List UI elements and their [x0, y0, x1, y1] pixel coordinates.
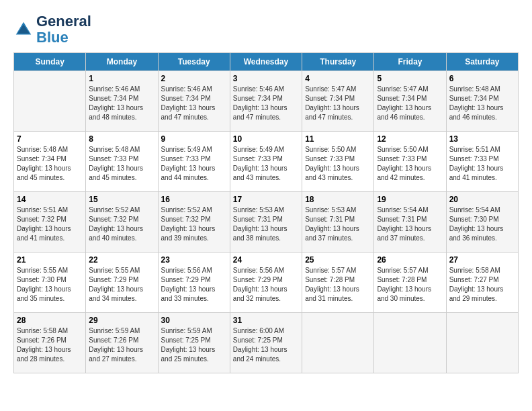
- day-content: Sunrise: 5:54 AM Sunset: 7:30 PM Dayligh…: [449, 205, 515, 243]
- day-number: 12: [377, 134, 443, 144]
- day-number: 6: [449, 74, 515, 83]
- day-number: 16: [161, 195, 227, 204]
- day-content: Sunrise: 5:48 AM Sunset: 7:34 PM Dayligh…: [449, 85, 515, 122]
- day-number: 17: [233, 195, 299, 204]
- day-content: Sunrise: 5:47 AM Sunset: 7:34 PM Dayligh…: [377, 85, 443, 122]
- calendar-week-row: 21Sunrise: 5:55 AM Sunset: 7:30 PM Dayli…: [14, 253, 519, 313]
- calendar-cell: 28Sunrise: 5:58 AM Sunset: 7:26 PM Dayli…: [14, 313, 86, 373]
- day-content: Sunrise: 5:58 AM Sunset: 7:27 PM Dayligh…: [449, 266, 515, 304]
- day-number: 2: [161, 74, 227, 83]
- page-header: GeneralBlue: [13, 13, 519, 46]
- calendar-cell: 1Sunrise: 5:46 AM Sunset: 7:34 PM Daylig…: [86, 71, 158, 132]
- calendar-cell: [302, 313, 374, 373]
- calendar-cell: 10Sunrise: 5:49 AM Sunset: 7:33 PM Dayli…: [230, 132, 302, 192]
- calendar-table: SundayMondayTuesdayWednesdayThursdayFrid…: [13, 52, 519, 373]
- day-number: 9: [161, 134, 227, 144]
- day-number: 27: [449, 255, 515, 265]
- day-content: Sunrise: 5:51 AM Sunset: 7:32 PM Dayligh…: [17, 205, 83, 243]
- calendar-cell: [374, 313, 446, 373]
- calendar-body: 1Sunrise: 5:46 AM Sunset: 7:34 PM Daylig…: [14, 71, 519, 373]
- day-number: 20: [449, 195, 515, 204]
- day-content: Sunrise: 5:54 AM Sunset: 7:31 PM Dayligh…: [377, 205, 443, 243]
- day-number: 13: [449, 134, 515, 144]
- day-content: Sunrise: 5:59 AM Sunset: 7:25 PM Dayligh…: [161, 326, 227, 364]
- day-number: 15: [89, 195, 154, 204]
- day-of-week-header: Thursday: [302, 53, 374, 71]
- day-content: Sunrise: 5:56 AM Sunset: 7:29 PM Dayligh…: [233, 266, 299, 304]
- calendar-cell: 25Sunrise: 5:57 AM Sunset: 7:28 PM Dayli…: [302, 253, 374, 313]
- day-of-week-header: Tuesday: [158, 53, 230, 71]
- day-number: 21: [17, 255, 83, 265]
- day-content: Sunrise: 6:00 AM Sunset: 7:25 PM Dayligh…: [233, 326, 299, 364]
- day-content: Sunrise: 5:57 AM Sunset: 7:28 PM Dayligh…: [305, 266, 371, 304]
- day-of-week-header: Saturday: [446, 53, 518, 71]
- day-number: 29: [89, 316, 154, 325]
- calendar-cell: 24Sunrise: 5:56 AM Sunset: 7:29 PM Dayli…: [230, 253, 302, 313]
- day-content: Sunrise: 5:55 AM Sunset: 7:29 PM Dayligh…: [89, 266, 154, 304]
- day-content: Sunrise: 5:53 AM Sunset: 7:31 PM Dayligh…: [305, 205, 371, 243]
- day-number: 5: [377, 74, 443, 83]
- day-number: 26: [377, 255, 443, 265]
- day-content: Sunrise: 5:49 AM Sunset: 7:33 PM Dayligh…: [161, 145, 227, 183]
- day-content: Sunrise: 5:48 AM Sunset: 7:34 PM Dayligh…: [17, 145, 83, 183]
- calendar-cell: 29Sunrise: 5:59 AM Sunset: 7:26 PM Dayli…: [86, 313, 158, 373]
- calendar-cell: 15Sunrise: 5:52 AM Sunset: 7:32 PM Dayli…: [86, 192, 158, 253]
- calendar-cell: 23Sunrise: 5:56 AM Sunset: 7:29 PM Dayli…: [158, 253, 230, 313]
- calendar-week-row: 7Sunrise: 5:48 AM Sunset: 7:34 PM Daylig…: [14, 132, 519, 192]
- day-of-week-header: Sunday: [14, 53, 86, 71]
- calendar-week-row: 1Sunrise: 5:46 AM Sunset: 7:34 PM Daylig…: [14, 71, 519, 132]
- day-content: Sunrise: 5:46 AM Sunset: 7:34 PM Dayligh…: [89, 85, 154, 122]
- day-number: 25: [305, 255, 371, 265]
- calendar-cell: 27Sunrise: 5:58 AM Sunset: 7:27 PM Dayli…: [446, 253, 518, 313]
- day-number: 22: [89, 255, 154, 265]
- day-number: 7: [17, 134, 83, 144]
- calendar-cell: 6Sunrise: 5:48 AM Sunset: 7:34 PM Daylig…: [446, 71, 518, 132]
- day-content: Sunrise: 5:59 AM Sunset: 7:26 PM Dayligh…: [89, 326, 154, 364]
- logo-icon: [13, 19, 34, 40]
- calendar-cell: 13Sunrise: 5:51 AM Sunset: 7:33 PM Dayli…: [446, 132, 518, 192]
- day-content: Sunrise: 5:52 AM Sunset: 7:32 PM Dayligh…: [161, 205, 227, 243]
- calendar-cell: 19Sunrise: 5:54 AM Sunset: 7:31 PM Dayli…: [374, 192, 446, 253]
- calendar-cell: 3Sunrise: 5:46 AM Sunset: 7:34 PM Daylig…: [230, 71, 302, 132]
- day-number: 3: [233, 74, 299, 83]
- day-content: Sunrise: 5:55 AM Sunset: 7:30 PM Dayligh…: [17, 266, 83, 304]
- calendar-cell: 14Sunrise: 5:51 AM Sunset: 7:32 PM Dayli…: [14, 192, 86, 253]
- day-of-week-header: Friday: [374, 53, 446, 71]
- calendar-cell: [446, 313, 518, 373]
- day-content: Sunrise: 5:53 AM Sunset: 7:31 PM Dayligh…: [233, 205, 299, 243]
- day-content: Sunrise: 5:58 AM Sunset: 7:26 PM Dayligh…: [17, 326, 83, 364]
- logo-text: GeneralBlue: [36, 13, 91, 46]
- day-content: Sunrise: 5:46 AM Sunset: 7:34 PM Dayligh…: [233, 85, 299, 122]
- day-number: 4: [305, 74, 371, 83]
- calendar-cell: 12Sunrise: 5:50 AM Sunset: 7:33 PM Dayli…: [374, 132, 446, 192]
- calendar-week-row: 28Sunrise: 5:58 AM Sunset: 7:26 PM Dayli…: [14, 313, 519, 373]
- day-number: 10: [233, 134, 299, 144]
- day-content: Sunrise: 5:51 AM Sunset: 7:33 PM Dayligh…: [449, 145, 515, 183]
- day-number: 28: [17, 316, 83, 325]
- day-number: 19: [377, 195, 443, 204]
- day-content: Sunrise: 5:50 AM Sunset: 7:33 PM Dayligh…: [305, 145, 371, 183]
- calendar-cell: 30Sunrise: 5:59 AM Sunset: 7:25 PM Dayli…: [158, 313, 230, 373]
- calendar-cell: 21Sunrise: 5:55 AM Sunset: 7:30 PM Dayli…: [14, 253, 86, 313]
- day-content: Sunrise: 5:48 AM Sunset: 7:33 PM Dayligh…: [89, 145, 154, 183]
- day-number: 8: [89, 134, 154, 144]
- calendar-cell: 9Sunrise: 5:49 AM Sunset: 7:33 PM Daylig…: [158, 132, 230, 192]
- day-content: Sunrise: 5:56 AM Sunset: 7:29 PM Dayligh…: [161, 266, 227, 304]
- day-number: 30: [161, 316, 227, 325]
- day-content: Sunrise: 5:57 AM Sunset: 7:28 PM Dayligh…: [377, 266, 443, 304]
- day-number: 11: [305, 134, 371, 144]
- day-content: Sunrise: 5:52 AM Sunset: 7:32 PM Dayligh…: [89, 205, 154, 243]
- day-number: 24: [233, 255, 299, 265]
- calendar-cell: 22Sunrise: 5:55 AM Sunset: 7:29 PM Dayli…: [86, 253, 158, 313]
- calendar-cell: 16Sunrise: 5:52 AM Sunset: 7:32 PM Dayli…: [158, 192, 230, 253]
- logo: GeneralBlue: [13, 13, 91, 46]
- day-number: 23: [161, 255, 227, 265]
- calendar-cell: 8Sunrise: 5:48 AM Sunset: 7:33 PM Daylig…: [86, 132, 158, 192]
- calendar-cell: 31Sunrise: 6:00 AM Sunset: 7:25 PM Dayli…: [230, 313, 302, 373]
- day-content: Sunrise: 5:46 AM Sunset: 7:34 PM Dayligh…: [161, 85, 227, 122]
- calendar-cell: 7Sunrise: 5:48 AM Sunset: 7:34 PM Daylig…: [14, 132, 86, 192]
- day-content: Sunrise: 5:49 AM Sunset: 7:33 PM Dayligh…: [233, 145, 299, 183]
- calendar-cell: 5Sunrise: 5:47 AM Sunset: 7:34 PM Daylig…: [374, 71, 446, 132]
- day-number: 31: [233, 316, 299, 325]
- day-content: Sunrise: 5:47 AM Sunset: 7:34 PM Dayligh…: [305, 85, 371, 122]
